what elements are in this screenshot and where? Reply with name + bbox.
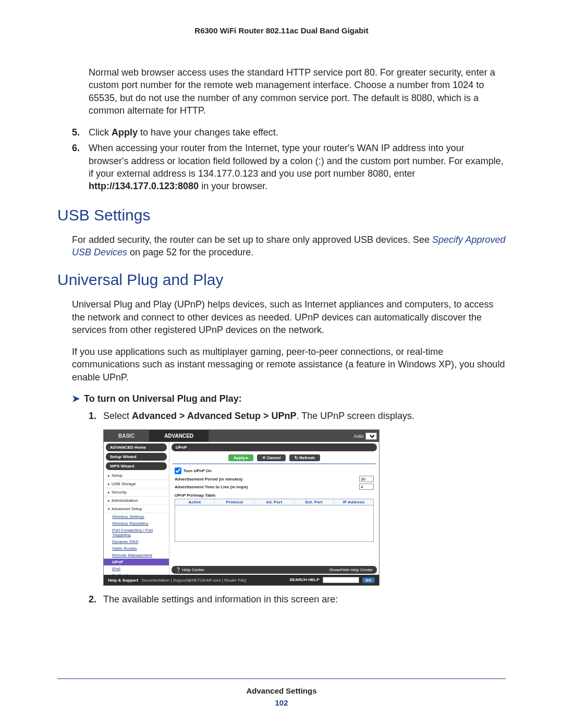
go-button[interactable]: GO (362, 577, 375, 583)
usb-para-pre: For added security, the router can be se… (72, 235, 432, 245)
sidebar-sub-static-routes[interactable]: Static Routes (104, 545, 169, 552)
step-6: 6. When accessing your router from the I… (72, 142, 506, 192)
procedure-heading: ➤To turn on Universal Plug and Play: (72, 393, 506, 404)
adv-period-input[interactable] (359, 476, 374, 482)
sidebar-sub-ipv6[interactable]: IPv6 (104, 565, 169, 572)
sidebar-item-wps-wizard[interactable]: WPS Wizard (106, 462, 167, 470)
adv-ttl-input[interactable] (359, 484, 374, 490)
sidebar-sub-port-forwarding[interactable]: Port Forwarding / Port Triggering (104, 527, 169, 538)
cancel-button[interactable]: ✕ Cancel (257, 454, 286, 461)
apply-button[interactable]: Apply ▸ (228, 454, 253, 461)
language-select[interactable]: Auto (353, 433, 377, 440)
adv-ttl-label: Advertisement Time to Live (in hops) (175, 485, 359, 489)
sidebar-item-advanced-setup[interactable]: Advanced Setup (104, 505, 169, 513)
footer-page-number: 102 (57, 698, 506, 707)
procedure-step-2: 2. The available settings and informatio… (89, 593, 506, 606)
footer-title: Help & Support (108, 578, 138, 583)
step-text-pre: Click (89, 127, 112, 138)
step-number: 5. (72, 126, 80, 139)
step-text-pre: When accessing your router from the Inte… (89, 143, 504, 179)
sidebar-item-setup-wizard[interactable]: Setup Wizard (106, 453, 167, 461)
step-text-bold: Advanced > Advanced Setup > UPnP (132, 411, 296, 421)
turn-upnp-on-checkbox[interactable] (175, 467, 181, 474)
sidebar-item-setup[interactable]: Setup (104, 472, 169, 480)
adv-period-row: Advertisement Period (in minutes) (175, 476, 374, 482)
col-protocol: Protocol (215, 499, 254, 505)
step-list-top: 5. Click Apply to have your changes take… (72, 126, 506, 192)
adv-period-label: Advertisement Period (in minutes) (175, 477, 359, 482)
sidebar-item-administration[interactable]: Administration (104, 497, 169, 505)
help-center-label: ❔ Help Center (176, 567, 204, 572)
sidebar-sub-dynamic-dns[interactable]: Dynamic DNS (104, 538, 169, 545)
tab-basic[interactable]: BASIC (104, 430, 150, 442)
search-help-label: SEARCH HELP (289, 578, 319, 582)
footer-section-name: Advanced Settings (57, 686, 506, 695)
tab-bar: BASIC ADVANCED Auto (104, 430, 379, 442)
heading-usb-settings: USB Settings (57, 206, 506, 224)
procedure-list: 1. Select Advanced > Advanced Setup > UP… (89, 410, 506, 422)
portmap-table-title: UPnP Portmap Table (175, 493, 374, 498)
usb-paragraph: For added security, the router can be se… (72, 233, 506, 259)
sidebar-sub-upnp[interactable]: UPnP (104, 559, 169, 565)
procedure-heading-text: To turn on Universal Plug and Play: (84, 393, 242, 404)
portmap-table-body (175, 505, 374, 542)
step-number: 2. (89, 593, 96, 606)
footer-links[interactable]: Documentation | Support@NETGEAR.com | Ro… (141, 578, 246, 583)
sidebar-item-security[interactable]: Security (104, 488, 169, 497)
document-header: R6300 WiFi Router 802.11ac Dual Band Gig… (57, 26, 506, 35)
step-number: 1. (89, 410, 96, 422)
col-ip-address: IP Address (334, 499, 373, 505)
step-5: 5. Click Apply to have your changes take… (72, 126, 506, 139)
sidebar: ADVANCED Home Setup Wizard WPS Wizard Se… (104, 442, 169, 575)
step-text-post: in your browser. (199, 181, 267, 191)
step-text: The available settings and information i… (103, 594, 338, 604)
step-text-post: . The UPnP screen displays. (296, 411, 414, 421)
settings-panel: Turn UPnP On Advertisement Period (in mi… (173, 463, 376, 565)
col-ext-port: Ext. Port (295, 499, 334, 505)
sidebar-sub-wireless-settings[interactable]: Wireless Settings (104, 513, 169, 520)
upnp-paragraph-1: Universal Plug and Play (UPnP) helps dev… (72, 298, 506, 336)
router-admin-screenshot: BASIC ADVANCED Auto ADVANCED Home Setup … (103, 429, 380, 586)
panel-title: UPnP (172, 443, 377, 451)
adv-ttl-row: Advertisement Time to Live (in hops) (175, 484, 374, 490)
step-text-bold: http://134.177.0.123:8080 (89, 181, 199, 191)
sidebar-item-usb-storage[interactable]: USB Storage (104, 480, 169, 488)
step-text-post: to have your changes take effect. (138, 127, 278, 138)
page-footer: Advanced Settings 102 (57, 678, 506, 707)
col-int-port: Int. Port (254, 499, 294, 505)
turn-upnp-on-label: Turn UPnP On (183, 468, 374, 473)
sidebar-sub-wireless-repeating[interactable]: Wireless Repeating (104, 520, 169, 527)
procedure-list-cont: 2. The available settings and informatio… (89, 593, 506, 606)
portmap-table-header: Active Protocol Int. Port Ext. Port IP A… (175, 499, 374, 505)
triangle-bullet-icon: ➤ (72, 393, 80, 404)
step-text-pre: Select (103, 411, 132, 421)
language-dropdown[interactable] (365, 433, 377, 440)
col-active: Active (175, 499, 215, 505)
upnp-paragraph-2: If you use applications such as multipla… (72, 346, 506, 384)
step-number: 6. (72, 142, 80, 154)
turn-upnp-on-row: Turn UPnP On (175, 467, 374, 474)
button-row: Apply ▸ ✕ Cancel ↻ Refresh (169, 452, 379, 463)
main-panel: UPnP Apply ▸ ✕ Cancel ↻ Refresh Turn UPn… (169, 442, 379, 575)
intro-paragraph: Normal web browser access uses the stand… (89, 66, 506, 117)
step-text-bold: Apply (112, 127, 138, 138)
footer-bar: Help & Support Documentation | Support@N… (104, 575, 379, 585)
procedure-step-1: 1. Select Advanced > Advanced Setup > UP… (89, 410, 506, 422)
show-hide-help-link[interactable]: Show/Hide Help Center (329, 567, 373, 572)
usb-para-post: on page 52 for the procedure. (127, 247, 253, 257)
language-label: Auto (353, 434, 363, 439)
search-help-input[interactable] (323, 577, 359, 583)
refresh-button[interactable]: ↻ Refresh (289, 454, 320, 461)
sidebar-sub-remote-management[interactable]: Remote Management (104, 552, 169, 559)
help-center-bar[interactable]: ❔ Help Center Show/Hide Help Center (172, 566, 377, 574)
sidebar-item-advanced-home[interactable]: ADVANCED Home (106, 443, 167, 451)
tab-advanced[interactable]: ADVANCED (150, 430, 209, 442)
heading-upnp: Universal Plug and Play (57, 271, 506, 289)
